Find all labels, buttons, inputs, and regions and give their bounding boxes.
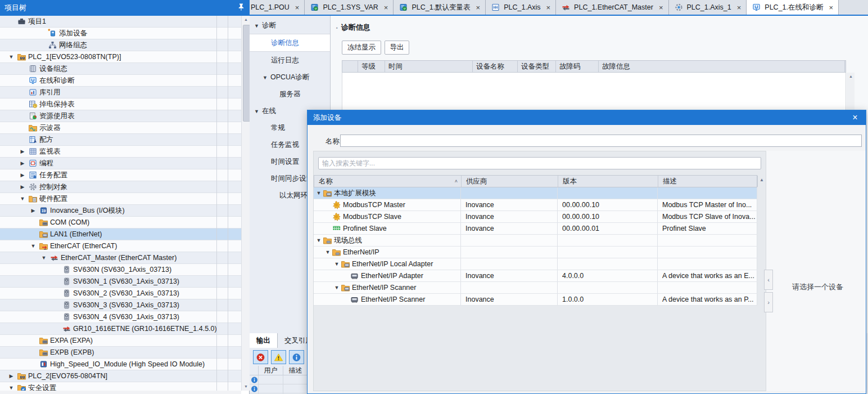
close-icon[interactable]: × <box>384 3 388 12</box>
tree-item[interactable]: ▶监视表 <box>0 146 241 158</box>
device-row-9[interactable]: EtherNet/IP ScannerInovance1.0.0.0A devi… <box>314 294 757 306</box>
device-row-6[interactable]: ▼EtherNet/IP Local Adapter <box>314 258 757 270</box>
filter-info-button[interactable] <box>289 350 304 364</box>
tree-item[interactable]: *添加设备 <box>0 28 241 39</box>
collapse-arrow-icon[interactable]: ▼ <box>263 75 268 80</box>
tree-item[interactable]: 库引用 <box>0 87 241 98</box>
sort-asc-icon[interactable]: ˄ <box>455 176 458 187</box>
export-button[interactable]: 导出 <box>385 41 409 55</box>
expand-arrow-icon[interactable]: ▶ <box>7 370 15 382</box>
tab-plc-1-[interactable]: PLC_1.默认变量表× <box>394 0 486 15</box>
tree-item[interactable]: ▼安全设置 <box>0 382 241 391</box>
collapse-left-button[interactable]: ‹ <box>764 270 773 290</box>
expand-arrow-icon[interactable]: ▶ <box>29 205 37 217</box>
diagnav-item-4[interactable]: 服务器 <box>250 86 330 102</box>
diagnav-item-2[interactable]: 运行日志 <box>250 52 330 69</box>
tree-item[interactable]: ▶控制对象 <box>0 181 241 193</box>
filter-warning-button[interactable] <box>271 350 286 364</box>
tree-item[interactable]: 项目1 <box>0 16 241 28</box>
tree-item[interactable]: SV630N_4 (SV630_1Axis_03713) <box>0 311 241 323</box>
close-icon[interactable]: × <box>659 3 663 12</box>
expand-arrow-icon[interactable]: ▶ <box>19 158 26 169</box>
tab-plc-1-ethercat-master[interactable]: PLC_1.EtherCAT_Master× <box>556 0 668 15</box>
device-col-header[interactable]: 版本 <box>558 176 658 187</box>
fault-col-header[interactable]: 时间 <box>385 61 473 72</box>
collapse-arrow-icon[interactable]: ▼ <box>29 240 37 252</box>
tree-item[interactable]: GR10_1616ETNE (GR10-1616ETNE_1.4.5.0) <box>0 323 241 335</box>
collapse-arrow-icon[interactable]: ▼ <box>315 187 322 199</box>
tab-plc-1-pou[interactable]: PLC_1.POU× <box>250 0 305 15</box>
tree-item[interactable]: 设备组态 <box>0 63 241 75</box>
expand-arrow-icon[interactable]: ▶ <box>19 169 26 181</box>
tree-item[interactable]: SV630N_1 (SV630_1Axis_03713) <box>0 276 241 288</box>
collapse-arrow-icon[interactable]: ▼ <box>333 258 340 270</box>
device-col-header[interactable]: 名称˄ <box>314 176 462 187</box>
device-row-0[interactable]: ▼本地扩展模块 <box>314 187 757 199</box>
scroll-down-icon[interactable]: ▼ <box>242 383 250 391</box>
tree-item[interactable]: 示波器 <box>0 122 241 134</box>
tab-plc-1-sys-var[interactable]: PLC_1.SYS_VAR× <box>305 0 394 15</box>
freeze-display-button[interactable]: 冻结显示 <box>342 41 381 55</box>
scroll-up-icon[interactable]: ▲ <box>242 16 250 24</box>
diagnav-item-0[interactable]: ▼诊断 <box>250 17 330 34</box>
fault-col-header[interactable] <box>342 61 358 72</box>
close-icon[interactable]: × <box>295 3 300 12</box>
tree-item[interactable]: 配方 <box>0 134 241 146</box>
dialog-titlebar[interactable]: 添加设备 × <box>308 110 866 125</box>
close-icon[interactable]: × <box>829 3 834 12</box>
fault-col-header[interactable]: 故障信息 <box>599 61 845 72</box>
tree-item[interactable]: ▼EtherCAT_Master (EtherCAT Master) <box>0 252 241 264</box>
tree-item[interactable]: SV630N (SV630_1Axis_03713) <box>0 264 241 276</box>
scroll-up-icon[interactable]: ▲ <box>847 73 855 80</box>
device-row-1[interactable]: ModbusTCP MasterInovance00.00.00.10Modbu… <box>314 199 757 211</box>
tree-item[interactable]: ▶PLC_2[EVO765-0804TN] <box>0 370 241 382</box>
device-row-7[interactable]: EtherNet/IP AdapterInovance4.0.0.0A devi… <box>314 270 757 282</box>
collapse-arrow-icon[interactable]: ▼ <box>254 109 259 114</box>
tree-horizontal-scrollbar[interactable] <box>0 391 241 394</box>
close-icon[interactable]: × <box>546 3 551 12</box>
tab-plc-1-[interactable]: PLC_1.在线和诊断× <box>747 0 839 15</box>
tree-item[interactable]: 资源使用表 <box>0 110 241 122</box>
expand-arrow-icon[interactable]: ▶ <box>19 146 26 158</box>
collapse-arrow-icon[interactable]: ▼ <box>254 23 259 29</box>
tree-item[interactable]: COM (COM) <box>0 217 241 229</box>
tree-item[interactable]: 掉电保持表 <box>0 98 241 110</box>
collapse-arrow-icon[interactable]: ▼ <box>7 382 15 391</box>
diagnav-item-3[interactable]: ▼OPCUA诊断 <box>250 69 330 86</box>
expand-arrow-icon[interactable]: ▶ <box>19 181 26 193</box>
device-search-input[interactable] <box>318 157 761 169</box>
tree-item[interactable]: ▼PLC_1[EVO523-0808TN(TP)] <box>0 51 241 63</box>
tree-item[interactable]: ▶任务配置 <box>0 169 241 181</box>
filter-error-button[interactable] <box>253 350 268 364</box>
collapse-arrow-icon[interactable]: ▼ <box>40 252 48 264</box>
device-row-3[interactable]: Profinet SlaveInovance00.00.00.01Profine… <box>314 223 757 235</box>
tree-item[interactable]: EXPA (EXPA) <box>0 335 241 347</box>
tree-item[interactable]: ▼硬件配置 <box>0 193 241 205</box>
tab-plc-1-axis-1[interactable]: PLC_1.Axis_1× <box>669 0 747 15</box>
tree-item[interactable]: SV630N_3 (SV630_1Axis_03713) <box>0 299 241 311</box>
device-row-2[interactable]: ModbusTCP SlaveInovance00.00.00.10Modbus… <box>314 211 757 223</box>
fault-col-header[interactable]: 故障码 <box>556 61 599 72</box>
tab-plc-1-axis[interactable]: PLC_1.Axis× <box>486 0 556 15</box>
tree-item[interactable]: SV630N_2 (SV630_1Axis_03713) <box>0 288 241 299</box>
tree-item[interactable]: ▼EtherCAT (EtherCAT) <box>0 240 241 252</box>
device-col-header[interactable]: 描述 <box>658 176 758 187</box>
tree-vertical-scrollbar[interactable]: ▲ ▼ <box>241 16 250 391</box>
collapse-arrow-icon[interactable]: ▼ <box>315 235 322 246</box>
tree-item[interactable]: EXPB (EXPB) <box>0 347 241 359</box>
expand-right-button[interactable]: › <box>764 292 773 312</box>
diagnav-item-1[interactable]: 诊断信息 <box>250 34 330 52</box>
tree-item[interactable]: LAN1 (EtherNet) <box>0 229 241 240</box>
tree-item[interactable]: 网络组态 <box>0 39 241 51</box>
device-col-header[interactable]: 供应商 <box>462 176 558 187</box>
collapse-arrow-icon[interactable]: ▼ <box>19 193 26 205</box>
device-row-5[interactable]: ▼EtherNet/IP <box>314 247 757 258</box>
tree-item[interactable]: 在线和诊断 <box>0 75 241 87</box>
tree-item[interactable]: ▶编程 <box>0 158 241 169</box>
device-row-4[interactable]: ▼现场总线 <box>314 235 757 247</box>
collapse-arrow-icon[interactable]: ▼ <box>7 51 15 63</box>
fault-col-header[interactable]: 设备名称 <box>473 61 518 72</box>
collapse-arrow-icon[interactable]: ▼ <box>333 282 340 293</box>
collapse-arrow-icon[interactable]: ▼ <box>324 247 331 258</box>
output-tab-0[interactable]: 输出 <box>250 333 278 348</box>
